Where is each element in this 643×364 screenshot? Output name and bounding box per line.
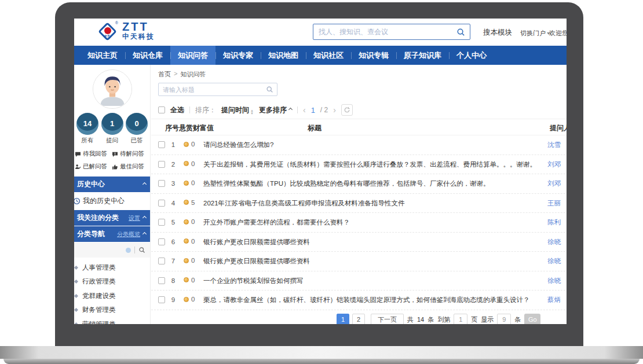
next-page-arrow[interactable]: ›: [333, 104, 336, 116]
nav-tab[interactable]: 知识社区: [306, 46, 351, 65]
row-checkbox[interactable]: [158, 296, 165, 303]
page-number-button[interactable]: 1: [337, 314, 349, 324]
page-number-button[interactable]: 2: [352, 314, 365, 324]
my-history-label: 我的历史中心: [83, 196, 125, 206]
coin-icon: [184, 277, 189, 282]
asker-name-link[interactable]: 王丽: [547, 199, 561, 208]
category-nav-title: 分类导航: [77, 229, 105, 239]
nav-tab[interactable]: 知识主页: [80, 46, 125, 65]
prev-page-arrow[interactable]: ‹: [303, 104, 306, 116]
filter-search-icon[interactable]: [266, 86, 273, 93]
breadcrumb: 首页 > 知识问答: [158, 70, 206, 79]
section-category-nav[interactable]: 分类导航 分类概览: [74, 226, 150, 242]
question-title-link[interactable]: 银行账户更改日限额需提供哪些资料: [203, 238, 310, 247]
asker-name-link[interactable]: 陈利: [547, 218, 561, 227]
question-title-link[interactable]: 银行账户更改日限额需提供哪些资料: [203, 257, 310, 266]
search-module-label[interactable]: 搜本模块: [483, 28, 512, 38]
asker-name-link[interactable]: 刘邓: [547, 160, 561, 169]
asker-name-link[interactable]: 徐晓: [547, 277, 561, 285]
category-item[interactable]: 行政管理类: [74, 275, 150, 289]
brand-name: ZTT: [122, 22, 155, 32]
quick-link[interactable]: 已解问答: [75, 163, 112, 171]
question-title-link[interactable]: 栗总，请教非金属丝（如，碳纤杆、玻纤杆）铠装缆端头固定原理方式，如何借鉴到海底动…: [203, 296, 530, 304]
question-title-link[interactable]: 开立外币账户需要怎样的流程，都需要什么资料？: [203, 218, 350, 227]
sort-field-button[interactable]: 提问时间▲▼: [221, 105, 254, 115]
question-title-link[interactable]: 热塑性弹性体聚氨酯（TPU）比较成熟稳定的色母料有哪些推荐，包括牌号、厂家什么的…: [203, 179, 490, 188]
asker-name-link[interactable]: 刘邓: [547, 179, 561, 188]
question-title-link[interactable]: 一个企业的节税策划报告如何撰写: [203, 277, 304, 285]
sidebar: 14所有1提问0已答 待我回答待解问答已解问答最佳问答 历史中心 我的历史中心 …: [74, 65, 151, 324]
row-number: 7: [169, 258, 178, 264]
global-search-box: [313, 24, 470, 40]
global-search-input[interactable]: [313, 28, 456, 36]
row-checkbox[interactable]: [158, 161, 165, 168]
next-page-button[interactable]: 下一页: [371, 314, 404, 324]
stat-item[interactable]: 1提问: [101, 113, 124, 145]
show-label: 显示: [481, 315, 494, 324]
asker-name-link[interactable]: 蔡炳: [547, 296, 561, 304]
question-title-link[interactable]: 请问总经验值怎么增加?: [203, 141, 273, 149]
asker-name-link[interactable]: 徐晓: [547, 238, 561, 247]
my-history-item[interactable]: 我的历史中心: [74, 192, 150, 209]
quick-link[interactable]: 待解问答: [112, 150, 149, 158]
brand-name-cn: 中天科技: [122, 32, 155, 42]
coin-icon: [184, 161, 189, 166]
row-checkbox[interactable]: [158, 200, 165, 207]
question-title-link[interactable]: 2021年江苏省电子信息类高级工程师申报流程及材料准备指导性文件: [203, 199, 405, 208]
row-checkbox[interactable]: [158, 180, 165, 187]
table-row: 50开立外币账户需要怎样的流程，都需要什么资料？陈利: [151, 213, 567, 233]
stat-item[interactable]: 14所有: [76, 113, 99, 145]
switch-portal-menu[interactable]: 切换门户: [520, 29, 550, 38]
category-search-icon[interactable]: [138, 247, 145, 253]
search-icon[interactable]: [456, 28, 465, 36]
user-avatar[interactable]: [93, 69, 132, 109]
page-size-input[interactable]: [497, 314, 511, 324]
table-header: 序号 悬赏财富值 标题 提问人: [151, 119, 567, 135]
asker-name-link[interactable]: 沈雪: [547, 141, 561, 149]
brand-logo[interactable]: 中天 ® ZTT 中天科技: [97, 21, 155, 42]
row-checkbox[interactable]: [158, 258, 165, 264]
goto-page-input[interactable]: [454, 314, 467, 324]
total-prefix: 共: [407, 315, 414, 324]
row-checkbox[interactable]: [158, 141, 165, 148]
category-item[interactable]: 党群建设类: [74, 289, 150, 303]
more-sort-button[interactable]: 更多排序: [259, 105, 292, 115]
bounty-value: 0: [191, 160, 195, 167]
toggle-dot-icon[interactable]: [126, 248, 131, 253]
nav-tab[interactable]: 原子知识库: [396, 46, 449, 65]
category-item[interactable]: 营销管理类: [74, 317, 150, 324]
settings-link[interactable]: 设置: [129, 214, 140, 222]
quick-link[interactable]: 最佳问答: [112, 163, 149, 171]
question-table-body: 10请问总经验值怎么增加?沈雪20关于出差报销，其费用凭证（纸质材料）需要按照什…: [151, 135, 567, 310]
go-button[interactable]: Go: [524, 314, 540, 324]
nav-tab[interactable]: 知识地图: [261, 46, 306, 65]
title-filter-input[interactable]: [159, 86, 266, 93]
main-content: 首页 > 知识问答 全选 排序： 提问时间▲▼ 更多排序 ‹ 1: [151, 65, 567, 324]
coin-icon: [184, 142, 189, 147]
nav-tab[interactable]: 知识专家: [215, 46, 261, 65]
category-overview-link[interactable]: 分类概览: [117, 230, 140, 238]
stat-item[interactable]: 0已答: [125, 113, 148, 145]
row-checkbox[interactable]: [158, 277, 165, 284]
question-title-link[interactable]: 关于出差报销，其费用凭证（纸质材料）需要按照什么顺序进行叠放？发票、出差流程、费…: [203, 160, 536, 169]
nav-tab[interactable]: 知识问答: [170, 46, 215, 65]
nav-tab[interactable]: 个人中心: [449, 46, 494, 65]
section-history-center[interactable]: 历史中心: [74, 177, 150, 192]
category-item[interactable]: 人事管理类: [74, 260, 150, 275]
quick-link-label: 最佳问答: [120, 163, 144, 171]
breadcrumb-home[interactable]: 首页: [158, 70, 171, 79]
asker-name-link[interactable]: 徐晓: [547, 257, 561, 266]
logo-diamond-icon: 中天 ®: [97, 21, 118, 42]
nav-tab[interactable]: 知识仓库: [125, 46, 170, 65]
select-all-label[interactable]: 全选: [170, 105, 184, 115]
select-all-checkbox[interactable]: [158, 106, 165, 113]
registered-mark: ®: [115, 21, 118, 25]
section-followed-categories[interactable]: 我关注的分类 设置: [74, 210, 150, 226]
bounty-cell: 0: [184, 218, 195, 225]
refresh-button[interactable]: [341, 104, 353, 116]
row-checkbox[interactable]: [158, 238, 165, 245]
quick-link[interactable]: 待我回答: [75, 150, 112, 158]
category-item[interactable]: 财务管理类: [74, 303, 150, 318]
row-checkbox[interactable]: [158, 219, 165, 226]
nav-tab[interactable]: 知识专辑: [351, 46, 396, 65]
